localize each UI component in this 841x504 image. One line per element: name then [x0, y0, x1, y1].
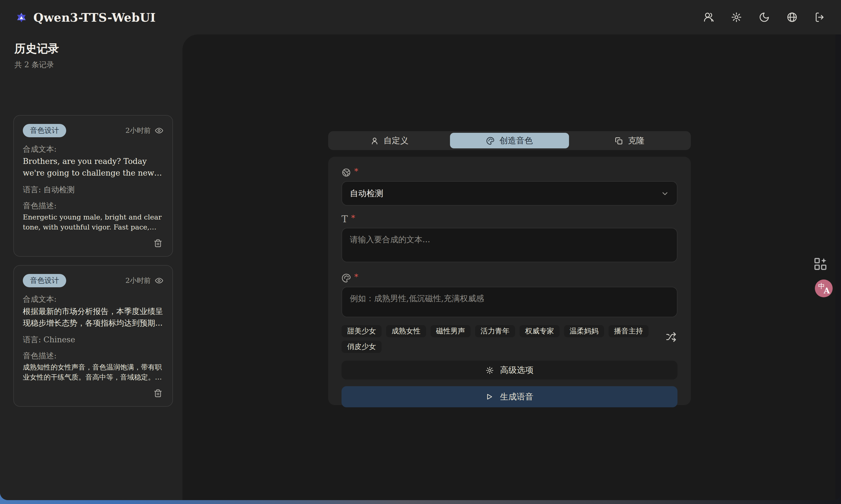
preset-chip[interactable]: 温柔妈妈	[564, 325, 604, 337]
record-type-badge: 音色设计	[23, 124, 66, 137]
required-marker: *	[351, 215, 355, 221]
language-select-value: 自动检测	[350, 188, 383, 199]
app-window: Qwen3-TTS-WebUI	[0, 0, 841, 500]
record-voice-desc: Energetic young male, bright and clear t…	[23, 212, 164, 233]
record-type-badge: 音色设计	[23, 274, 66, 287]
tab-label: 克隆	[628, 135, 645, 146]
preset-chip[interactable]: 甜美少女	[342, 325, 381, 337]
preset-tags-area: 甜美少女 成熟女性 磁性男声 活力青年 权威专家 温柔妈妈 播音主持 俏皮少女	[342, 325, 677, 353]
language-field-label: *	[342, 168, 677, 178]
earth-icon	[342, 168, 351, 177]
record-text: Brothers, are you ready? Today we're goi…	[23, 156, 164, 179]
preset-chip[interactable]: 权威专家	[519, 325, 560, 337]
sparkle-grid-icon	[813, 257, 828, 271]
synthesis-text-input[interactable]	[342, 228, 677, 262]
language-select[interactable]: 自动检测	[342, 181, 677, 205]
tab-clone[interactable]: 克隆	[570, 133, 689, 148]
tab-create-voice[interactable]: 创造音色	[450, 133, 569, 148]
logout-icon[interactable]	[814, 12, 825, 23]
generate-speech-button[interactable]: 生成语音	[342, 386, 677, 407]
type-icon: T	[342, 215, 348, 224]
shuffle-icon[interactable]	[666, 332, 676, 342]
history-count: 共 2 条记录	[15, 60, 183, 70]
view-record-icon[interactable]	[155, 126, 164, 135]
chevron-down-icon	[661, 189, 669, 198]
history-card[interactable]: 音色设计 2小时前 合成文本: Brothers, are you ready?…	[13, 115, 173, 257]
voice-desc-input[interactable]	[342, 287, 677, 317]
record-language: 语言: Chinese	[23, 335, 164, 345]
voice-label: 音色描述:	[23, 351, 164, 361]
record-time: 2小时前	[125, 126, 151, 135]
text-label: 合成文本:	[23, 144, 164, 155]
scrollbar-track[interactable]	[836, 34, 841, 500]
preset-chip[interactable]: 成熟女性	[386, 325, 426, 337]
desktop-background: Qwen3-TTS-WebUI	[0, 0, 841, 504]
mode-tabs: 自定义 创造音色 克隆	[328, 131, 691, 150]
settings-gear-icon[interactable]	[731, 12, 742, 23]
gear-icon	[485, 366, 494, 374]
advanced-options-label: 高级选项	[500, 365, 533, 375]
moon-icon[interactable]	[759, 12, 770, 23]
tab-label: 创造音色	[499, 135, 533, 146]
sidebar-title: 历史记录	[15, 41, 183, 56]
voice-label: 音色描述:	[23, 201, 164, 211]
tts-form-panel: * 自动检测 T * *	[328, 157, 691, 405]
record-voice-desc: 成熟知性的女性声音，音色温润饱满，带有职业女性的干练气质。音高中等，音域稳定。语…	[23, 362, 164, 382]
preset-chip[interactable]: 播音主持	[608, 325, 649, 337]
app-header: Qwen3-TTS-WebUI	[0, 0, 841, 34]
record-text: 根据最新的市场分析报告，本季度业绩呈现稳步增长态势，各项指标均达到预期...	[23, 306, 164, 329]
required-marker: *	[354, 168, 358, 175]
tab-label: 自定义	[383, 135, 409, 146]
advanced-options-button[interactable]: 高级选项	[342, 361, 677, 379]
record-time: 2小时前	[125, 276, 151, 285]
delete-record-icon[interactable]	[154, 389, 162, 398]
history-sidebar: 历史记录 共 2 条记录 音色设计 2小时前 合成文本:	[0, 34, 183, 500]
generate-speech-label: 生成语音	[500, 392, 533, 402]
view-record-icon[interactable]	[155, 276, 164, 285]
qwen-logo-icon	[16, 12, 27, 23]
record-language: 语言: 自动检测	[23, 185, 164, 195]
app-title: Qwen3-TTS-WebUI	[33, 10, 156, 24]
voice-desc-field-label: *	[342, 273, 677, 283]
tab-custom[interactable]: 自定义	[330, 133, 449, 148]
preset-chip[interactable]: 俏皮少女	[342, 341, 381, 353]
required-marker: *	[354, 273, 358, 280]
preset-chip[interactable]: 磁性男声	[430, 325, 470, 337]
header-actions	[703, 12, 825, 23]
globe-icon[interactable]	[787, 12, 797, 23]
text-field-label: T *	[342, 215, 677, 224]
delete-record-icon[interactable]	[154, 238, 162, 248]
users-icon[interactable]	[703, 12, 714, 23]
play-icon	[485, 393, 493, 401]
text-label: 合成文本:	[23, 294, 164, 305]
preset-chip[interactable]: 活力青年	[475, 325, 515, 337]
history-card[interactable]: 音色设计 2小时前 合成文本: 根据最新的市场分析报告，本季度业绩呈现稳步增长态…	[13, 265, 173, 407]
floating-apps-button[interactable]	[813, 257, 828, 271]
palette-icon	[342, 273, 351, 283]
floating-translate-button[interactable]: 中 A	[815, 280, 833, 297]
